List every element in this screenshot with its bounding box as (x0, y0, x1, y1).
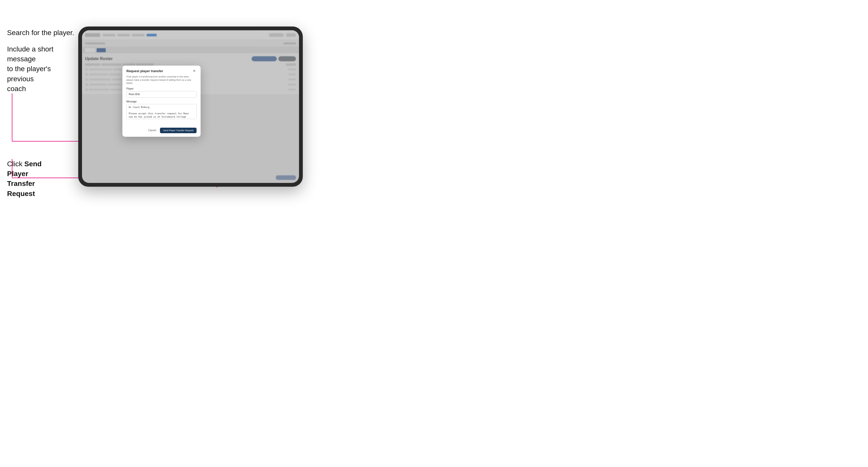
player-field-group: Player (126, 87, 196, 98)
modal-title: Request player transfer (126, 69, 163, 73)
send-transfer-request-button[interactable]: Send Player Transfer Request (160, 128, 196, 133)
modal-dialog: Request player transfer ✕ If the player … (122, 66, 200, 137)
message-field-group: Message Hi Coach McHarg, Please accept t… (126, 100, 196, 120)
modal-description: If the player is transferring from anoth… (122, 75, 200, 87)
cancel-button[interactable]: Cancel (146, 128, 158, 133)
message-label: Message (126, 100, 196, 103)
modal-footer: Cancel Send Player Transfer Request (122, 126, 200, 137)
modal-body: Player Message Hi Coach McHarg, Please a… (122, 87, 200, 126)
annotation-include-message: Include a short messageto the player's p… (7, 44, 73, 94)
player-input[interactable] (126, 91, 196, 98)
player-label: Player (126, 87, 196, 90)
message-textarea[interactable]: Hi Coach McHarg, Please accept this tran… (126, 104, 196, 119)
annotation-click-send: Click Send Player Transfer Request (7, 159, 58, 198)
tablet-screen: Update Roster (82, 30, 299, 183)
tablet-device: Update Roster (78, 27, 303, 187)
modal-overlay: Request player transfer ✕ If the player … (82, 30, 299, 183)
annotation-search-player: Search for the player. (7, 28, 74, 38)
modal-header: Request player transfer ✕ (122, 66, 200, 75)
modal-close-button[interactable]: ✕ (192, 69, 196, 73)
